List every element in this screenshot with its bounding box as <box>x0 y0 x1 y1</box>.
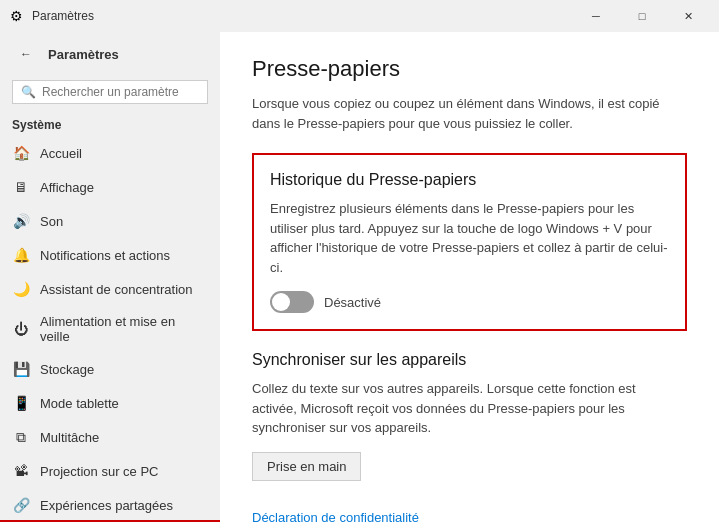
section-label: Système <box>0 112 220 136</box>
sidebar-item-projection[interactable]: 📽 Projection sur ce PC <box>0 454 220 488</box>
search-icon: 🔍 <box>21 85 36 99</box>
notification-icon: 🔔 <box>12 246 30 264</box>
home-icon: 🏠 <box>12 144 30 162</box>
sidebar-item-label: Stockage <box>40 362 94 377</box>
sidebar-nav-top: ← Paramètres <box>0 32 220 76</box>
sidebar-item-notifications[interactable]: 🔔 Notifications et actions <box>0 238 220 272</box>
sync-heading: Synchroniser sur les appareils <box>252 351 687 369</box>
sync-description: Collez du texte sur vos autres appareils… <box>252 379 672 438</box>
titlebar-title: Paramètres <box>32 9 573 23</box>
history-heading: Historique du Presse-papiers <box>270 171 669 189</box>
power-icon: ⏻ <box>12 320 30 338</box>
shared-icon: 🔗 <box>12 496 30 514</box>
sidebar-item-son[interactable]: 🔊 Son <box>0 204 220 238</box>
sidebar-item-assistant[interactable]: 🌙 Assistant de concentration <box>0 272 220 306</box>
sidebar-item-label: Son <box>40 214 63 229</box>
sidebar-item-multitache[interactable]: ⧉ Multitâche <box>0 420 220 454</box>
multitask-icon: ⧉ <box>12 428 30 446</box>
app-body: ← Paramètres 🔍 Système 🏠 Accueil 🖥 Affic… <box>0 32 719 525</box>
sidebar-item-accueil[interactable]: 🏠 Accueil <box>0 136 220 170</box>
close-button[interactable]: ✕ <box>665 0 711 32</box>
toggle-label: Désactivé <box>324 295 381 310</box>
sync-section: Synchroniser sur les appareils Collez du… <box>252 351 687 493</box>
sidebar-app-title: Paramètres <box>48 47 119 62</box>
tablet-icon: 📱 <box>12 394 30 412</box>
back-button[interactable]: ← <box>12 40 40 68</box>
sidebar-item-experiences[interactable]: 🔗 Expériences partagées <box>0 488 220 522</box>
sidebar-item-label: Projection sur ce PC <box>40 464 159 479</box>
search-input[interactable] <box>42 85 199 99</box>
sound-icon: 🔊 <box>12 212 30 230</box>
sidebar-item-label: Mode tablette <box>40 396 119 411</box>
sidebar-item-alimentation[interactable]: ⏻ Alimentation et mise en veille <box>0 306 220 352</box>
titlebar-controls: ─ □ ✕ <box>573 0 711 32</box>
minimize-button[interactable]: ─ <box>573 0 619 32</box>
privacy-link[interactable]: Déclaration de confidentialité <box>252 510 419 525</box>
sidebar-item-label: Affichage <box>40 180 94 195</box>
history-section: Historique du Presse-papiers Enregistrez… <box>252 153 687 331</box>
sidebar-item-affichage[interactable]: 🖥 Affichage <box>0 170 220 204</box>
sidebar-item-label: Assistant de concentration <box>40 282 192 297</box>
display-icon: 🖥 <box>12 178 30 196</box>
focus-icon: 🌙 <box>12 280 30 298</box>
projection-icon: 📽 <box>12 462 30 480</box>
sidebar-item-label: Expériences partagées <box>40 498 173 513</box>
search-box[interactable]: 🔍 <box>12 80 208 104</box>
main-content: Presse-papiers Lorsque vous copiez ou co… <box>220 32 719 525</box>
storage-icon: 💾 <box>12 360 30 378</box>
page-description: Lorsque vous copiez ou coupez un élément… <box>252 94 682 133</box>
history-toggle[interactable] <box>270 291 314 313</box>
toggle-row: Désactivé <box>270 291 669 313</box>
sidebar-item-label: Accueil <box>40 146 82 161</box>
titlebar: ⚙ Paramètres ─ □ ✕ <box>0 0 719 32</box>
history-description: Enregistrez plusieurs éléments dans le P… <box>270 199 669 277</box>
restore-button[interactable]: □ <box>619 0 665 32</box>
sidebar-item-label: Notifications et actions <box>40 248 170 263</box>
titlebar-icon: ⚙ <box>8 8 24 24</box>
sidebar-item-label: Multitâche <box>40 430 99 445</box>
page-title: Presse-papiers <box>252 56 687 82</box>
sidebar-item-stockage[interactable]: 💾 Stockage <box>0 352 220 386</box>
sidebar-item-tablette[interactable]: 📱 Mode tablette <box>0 386 220 420</box>
sidebar: ← Paramètres 🔍 Système 🏠 Accueil 🖥 Affic… <box>0 32 220 525</box>
prise-en-main-button[interactable]: Prise en main <box>252 452 361 481</box>
sidebar-item-label: Alimentation et mise en veille <box>40 314 208 344</box>
